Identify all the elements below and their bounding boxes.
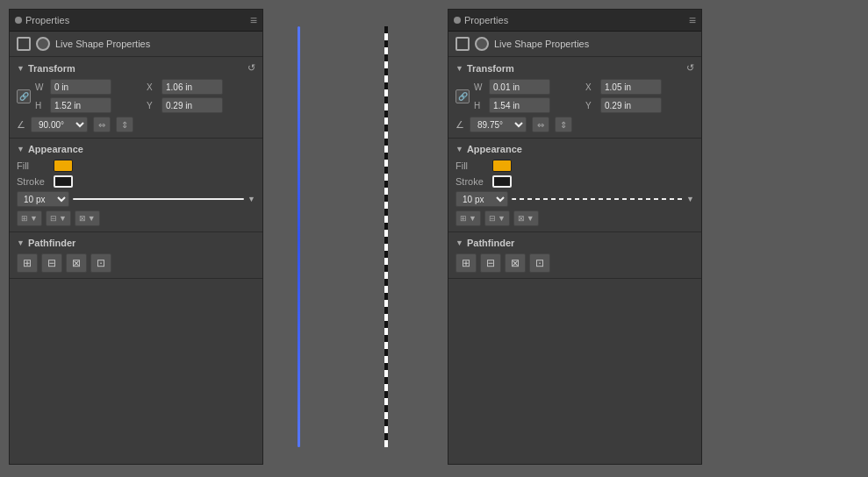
panel-2-align-chevron-3: ▼ — [527, 214, 534, 223]
panel-2-align-btn-1[interactable]: ⊞▼ — [456, 210, 481, 226]
panel-2-align-icon-1: ⊞ — [460, 214, 467, 223]
panel-1-header: Live Shape Properties — [10, 32, 262, 57]
panel-2-h-label: H — [474, 101, 486, 110]
panel-2-fill-label: Fill — [456, 160, 487, 171]
flip-h-button[interactable]: ⇔ — [93, 117, 111, 132]
appearance-header[interactable]: ▼ Appearance — [17, 144, 255, 154]
align-btn-3[interactable]: ⊠▼ — [75, 210, 100, 226]
align-chevron-1: ▼ — [30, 214, 38, 223]
transform-header[interactable]: ▼ Transform ↺ — [17, 62, 255, 74]
panel-2-appearance-chevron: ▼ — [456, 145, 463, 153]
pathfinder-btn-2[interactable]: ⊟ — [41, 253, 62, 273]
transform-grid: 🔗 W X H Y — [17, 79, 255, 113]
panel-2-align-chevron-2: ▼ — [498, 214, 506, 223]
panel-2-shape-icon — [456, 37, 470, 51]
panel-2-transform-header[interactable]: ▼ Transform ↺ — [456, 62, 694, 74]
panel-2-x-label: X — [585, 82, 598, 92]
panel-2-appearance-header[interactable]: ▼ Appearance — [456, 144, 694, 154]
h-label: H — [35, 101, 47, 110]
panel-2-angle-icon: ∠ — [456, 119, 464, 131]
panel-2-width-input[interactable] — [489, 79, 550, 95]
pathfinder-row: ⊞ ⊟ ⊠ ⊡ — [17, 253, 255, 273]
panel-2-transform-chevron: ▼ — [456, 64, 463, 73]
panel-2-stroke-row: Stroke — [456, 175, 694, 188]
appearance-label: Appearance — [28, 144, 83, 154]
panel-2-pathfinder-header[interactable]: ▼ Pathfinder — [456, 238, 694, 248]
align-btn-2[interactable]: ⊟▼ — [46, 210, 71, 226]
align-row: ⊞▼ ⊟▼ ⊠▼ — [17, 210, 255, 226]
panel-2-flip-v-button[interactable]: ⇕ — [555, 117, 572, 132]
stroke-solid-line — [73, 198, 244, 200]
panel-2: Properties ≡ Live Shape Properties ▼ Tra… — [448, 9, 702, 465]
link-icon[interactable]: 🔗 — [17, 89, 31, 103]
panel-2-fill-swatch[interactable] — [492, 160, 512, 172]
panel-2-align-btn-2[interactable]: ⊟▼ — [484, 210, 510, 226]
panel-2-stroke-style-chevron: ▼ — [686, 195, 694, 203]
panel-2-pathfinder-section: ▼ Pathfinder ⊞ ⊟ ⊠ ⊡ — [448, 232, 701, 279]
panel-1: Properties ≡ Live Shape Properties ▼ Tra… — [9, 9, 263, 465]
pathfinder-label: Pathfinder — [28, 238, 75, 248]
x-input[interactable] — [161, 79, 223, 95]
height-field-group: H — [35, 97, 144, 113]
panel-2-close-button[interactable] — [454, 17, 461, 24]
angle-select[interactable]: 90.00° — [31, 117, 88, 132]
panel-2-header: Live Shape Properties — [448, 32, 701, 57]
panel-2-title: Properties — [464, 15, 508, 25]
angle-icon: ∠ — [17, 119, 25, 131]
panel-2-pathfinder-btn-4[interactable]: ⊡ — [529, 253, 550, 273]
canvas-area-mid — [334, 9, 439, 465]
align-chevron-2: ▼ — [59, 214, 67, 223]
align-btn-1[interactable]: ⊞▼ — [17, 210, 42, 226]
panel-2-angle-select[interactable]: 89.75° — [470, 117, 527, 132]
panel-1-menu-icon[interactable]: ≡ — [250, 13, 257, 27]
panel-2-align-btn-3[interactable]: ⊠▼ — [513, 210, 539, 226]
pathfinder-btn-4[interactable]: ⊡ — [90, 253, 111, 273]
width-input[interactable] — [50, 79, 111, 95]
stroke-width-select[interactable]: 10 px — [17, 191, 69, 207]
y-label: Y — [147, 101, 159, 110]
align-icon-2: ⊟ — [50, 214, 57, 223]
transform-reset[interactable]: ↺ — [247, 62, 255, 74]
panel-2-flip-h-button[interactable]: ⇔ — [532, 117, 549, 132]
stroke-swatch[interactable] — [54, 175, 73, 188]
angle-row: ∠ 90.00° ⇔ ⇕ — [17, 117, 255, 132]
shape-line-mid — [384, 26, 388, 447]
panel-2-stroke-width-row: 10 px ▼ — [456, 191, 694, 207]
panel-2-x-input[interactable] — [600, 79, 662, 95]
width-field-group: W — [35, 79, 144, 95]
panel-2-pathfinder-btn-1[interactable]: ⊞ — [456, 253, 477, 273]
y-input[interactable] — [161, 97, 223, 113]
w-label: W — [35, 82, 47, 92]
panel-2-titlebar: Properties ≡ — [448, 10, 701, 32]
panel-2-width-field: W — [474, 79, 583, 95]
panel-2-w-label: W — [474, 82, 486, 92]
align-icon-1: ⊞ — [21, 214, 28, 223]
panel-2-pathfinder-btn-2[interactable]: ⊟ — [480, 253, 501, 273]
panel-2-stroke-width-select[interactable]: 10 px — [456, 191, 508, 207]
height-input[interactable] — [50, 97, 111, 113]
transform-chevron: ▼ — [17, 64, 25, 73]
shape-circle-icon — [36, 37, 50, 51]
panel-2-menu-icon[interactable]: ≡ — [689, 13, 696, 27]
panel-2-height-field: H — [474, 97, 583, 113]
panel-2-shape-circle-icon — [475, 37, 489, 51]
pathfinder-header[interactable]: ▼ Pathfinder — [17, 238, 255, 248]
pathfinder-btn-1[interactable]: ⊞ — [17, 253, 38, 273]
y-field-group: Y — [147, 97, 255, 113]
panel-2-stroke-swatch[interactable] — [492, 175, 512, 188]
panel-2-transform-section: ▼ Transform ↺ 🔗 W X H Y ∠ — [448, 57, 701, 139]
flip-v-button[interactable]: ⇕ — [116, 117, 133, 132]
panel-2-y-input[interactable] — [600, 97, 662, 113]
stroke-label: Stroke — [17, 176, 48, 187]
panel-2-transform-reset[interactable]: ↺ — [686, 62, 694, 74]
stroke-width-row: 10 px ▼ — [17, 191, 255, 207]
close-button[interactable] — [15, 17, 22, 24]
panel-2-link-icon[interactable]: 🔗 — [456, 89, 470, 103]
panel-2-pathfinder-btn-3[interactable]: ⊠ — [505, 253, 526, 273]
panel-2-align-row: ⊞▼ ⊟▼ ⊠▼ — [456, 210, 694, 226]
pathfinder-btn-3[interactable]: ⊠ — [66, 253, 87, 273]
panel-2-stroke-label: Stroke — [456, 176, 487, 187]
panel-2-appearance-section: ▼ Appearance Fill Stroke 10 px ▼ ⊞▼ ⊟▼ — [448, 139, 701, 232]
fill-swatch[interactable] — [54, 160, 73, 172]
panel-2-height-input[interactable] — [489, 97, 550, 113]
